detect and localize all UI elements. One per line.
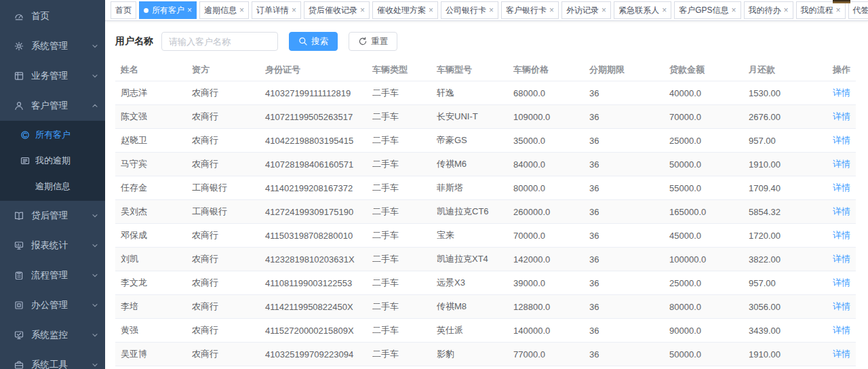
close-icon[interactable]: × bbox=[731, 6, 736, 14]
detail-link[interactable]: 详情 bbox=[833, 159, 850, 169]
search-button-label: 搜索 bbox=[311, 37, 328, 46]
sidebar-item-process-mgmt[interactable]: 流程管理 bbox=[0, 260, 105, 290]
table-cell: 35000.0 bbox=[508, 129, 584, 153]
sidebar-item-system-tools[interactable]: 系统工具 bbox=[0, 350, 105, 369]
sidebar-item-office-mgmt[interactable]: 办公管理 bbox=[0, 290, 105, 320]
detail-link[interactable]: 详情 bbox=[833, 325, 850, 335]
close-icon[interactable]: × bbox=[239, 6, 244, 14]
table-cell: 957.00 bbox=[743, 271, 822, 295]
close-icon[interactable]: × bbox=[549, 6, 554, 14]
tab-label: 订单详情 bbox=[256, 5, 289, 16]
tab-customer-bank-card[interactable]: 客户银行卡× bbox=[501, 1, 559, 19]
table-cell: 109000.0 bbox=[508, 105, 584, 129]
detail-link[interactable]: 详情 bbox=[833, 254, 850, 264]
sidebar-item-report-stats[interactable]: 报表统计 bbox=[0, 231, 105, 260]
sidebar-item-my-overdue[interactable]: 我的逾期 bbox=[0, 148, 105, 174]
detail-link[interactable]: 详情 bbox=[833, 135, 850, 145]
table-row: 黄强农商行41152720000215809X二手车英仕派140000.0369… bbox=[115, 319, 856, 343]
tab-postloan-collection-records[interactable]: 贷后催收记录× bbox=[304, 1, 370, 19]
table-cell: 二手车 bbox=[367, 295, 431, 319]
tab-overdue-info[interactable]: 逾期信息× bbox=[199, 1, 249, 19]
table-cell: 45000.0 bbox=[664, 224, 743, 248]
sidebar-item-business-mgmt[interactable]: 业务管理 bbox=[0, 61, 105, 91]
sidebar-item-home[interactable]: 首页 bbox=[0, 1, 105, 31]
table-cell: 36 bbox=[584, 343, 664, 366]
chevron-down-icon bbox=[92, 272, 98, 279]
table-cell: 农商行 bbox=[186, 105, 260, 129]
close-icon[interactable]: × bbox=[360, 6, 365, 14]
table-cell: 410728198406160571 bbox=[260, 153, 367, 176]
detail-link[interactable]: 详情 bbox=[833, 349, 850, 359]
close-icon[interactable]: × bbox=[292, 6, 296, 14]
chart-icon bbox=[14, 240, 24, 251]
close-icon[interactable]: × bbox=[429, 6, 433, 14]
table-cell: 36 bbox=[584, 81, 664, 105]
tab-company-bank-card[interactable]: 公司银行卡× bbox=[441, 1, 498, 19]
sidebar-item-postloan-mgmt[interactable]: 贷后管理 bbox=[0, 201, 105, 231]
close-icon[interactable]: × bbox=[662, 6, 667, 14]
tab-label: 逾期信息 bbox=[204, 5, 237, 16]
table-cell: 77000.0 bbox=[508, 343, 584, 366]
tab-label: 紧急联系人 bbox=[618, 5, 659, 16]
tab-emergency-contacts[interactable]: 紧急联系人× bbox=[614, 1, 671, 19]
submenu-customer-mgmt: 所有客户我的逾期逾期信息 bbox=[0, 121, 105, 201]
table-cell: 工商银行 bbox=[186, 176, 260, 200]
detail-link[interactable]: 详情 bbox=[833, 301, 850, 311]
sidebar-item-system-monitor[interactable]: 系统监控 bbox=[0, 320, 105, 350]
table-cell-action: 详情 bbox=[822, 153, 856, 176]
chevron-down-icon bbox=[92, 302, 98, 309]
table-cell: 农商行 bbox=[186, 248, 260, 271]
close-icon[interactable]: × bbox=[836, 6, 841, 14]
detail-link[interactable]: 详情 bbox=[833, 206, 850, 216]
table-cell: 140000.0 bbox=[508, 319, 584, 343]
detail-link[interactable]: 详情 bbox=[833, 88, 850, 98]
tab-all-customers[interactable]: 所有客户× bbox=[139, 1, 197, 19]
reset-button[interactable]: 重置 bbox=[349, 32, 397, 51]
table-cell: 84000.0 bbox=[508, 153, 584, 176]
table-row: 任存金工商银行411402199208167372二手车菲斯塔80000.036… bbox=[115, 176, 856, 200]
tab-my-process[interactable]: 我的流程× bbox=[796, 1, 846, 19]
sidebar-item-overdue-info[interactable]: 逾期信息 bbox=[0, 174, 105, 199]
sidebar-item-system-mgmt[interactable]: 系统管理 bbox=[0, 31, 105, 61]
detail-link[interactable]: 详情 bbox=[833, 182, 850, 193]
tab-my-todo[interactable]: 我的待办× bbox=[744, 1, 793, 19]
chevron-down-icon bbox=[92, 362, 98, 368]
table-cell: 马守宾 bbox=[115, 153, 186, 176]
table-cell: 142000.0 bbox=[508, 248, 584, 271]
box-icon bbox=[14, 300, 24, 311]
table-cell: 二手车 bbox=[367, 81, 431, 105]
table-cell: 农商行 bbox=[186, 319, 260, 343]
table-cell: 二手车 bbox=[367, 153, 431, 176]
search-input[interactable] bbox=[161, 32, 278, 51]
table-cell: 50000.0 bbox=[664, 153, 743, 176]
tab-bar: 首页所有客户×逾期信息×订单详情×贷后催收记录×催收处理方案×公司银行卡×客户银… bbox=[105, 0, 868, 21]
detail-link[interactable]: 详情 bbox=[833, 230, 850, 240]
table-cell: 412724199309175190 bbox=[260, 200, 367, 224]
tab-collection-plan[interactable]: 催收处理方案× bbox=[372, 1, 438, 19]
tab-sign-tasks[interactable]: 代签任务× bbox=[848, 1, 868, 19]
tab-home[interactable]: 首页 bbox=[111, 1, 136, 19]
table-row: 马守宾农商行410728198406160571二手车传祺M684000.036… bbox=[115, 153, 856, 176]
table-cell: 农商行 bbox=[186, 153, 260, 176]
tab-visit-records[interactable]: 外访记录× bbox=[561, 1, 611, 19]
table-cell: 凯迪拉克XT4 bbox=[431, 248, 508, 271]
table-cell: 39000.0 bbox=[508, 271, 584, 295]
search-button[interactable]: 搜索 bbox=[289, 32, 338, 51]
sidebar-item-label: 贷后管理 bbox=[31, 210, 89, 222]
tab-customer-gps-info[interactable]: 客户GPS信息× bbox=[674, 1, 741, 19]
table-cell: 宝来 bbox=[431, 224, 508, 248]
column-header: 月还款 bbox=[743, 59, 822, 81]
table-cell: 二手车 bbox=[367, 271, 431, 295]
close-icon[interactable]: × bbox=[601, 6, 606, 14]
close-icon[interactable]: × bbox=[489, 6, 494, 14]
sidebar-item-all-customers[interactable]: 所有客户 bbox=[0, 122, 105, 148]
close-icon[interactable]: × bbox=[187, 6, 192, 14]
column-header: 资方 bbox=[186, 59, 260, 81]
table-cell: 36 bbox=[584, 105, 664, 129]
table-cell: 25000.0 bbox=[664, 129, 743, 153]
sidebar-item-customer-mgmt[interactable]: 客户管理 bbox=[0, 91, 105, 121]
close-icon[interactable]: × bbox=[784, 6, 789, 14]
detail-link[interactable]: 详情 bbox=[833, 111, 850, 121]
detail-link[interactable]: 详情 bbox=[833, 277, 850, 288]
tab-order-detail[interactable]: 订单详情× bbox=[252, 1, 301, 19]
